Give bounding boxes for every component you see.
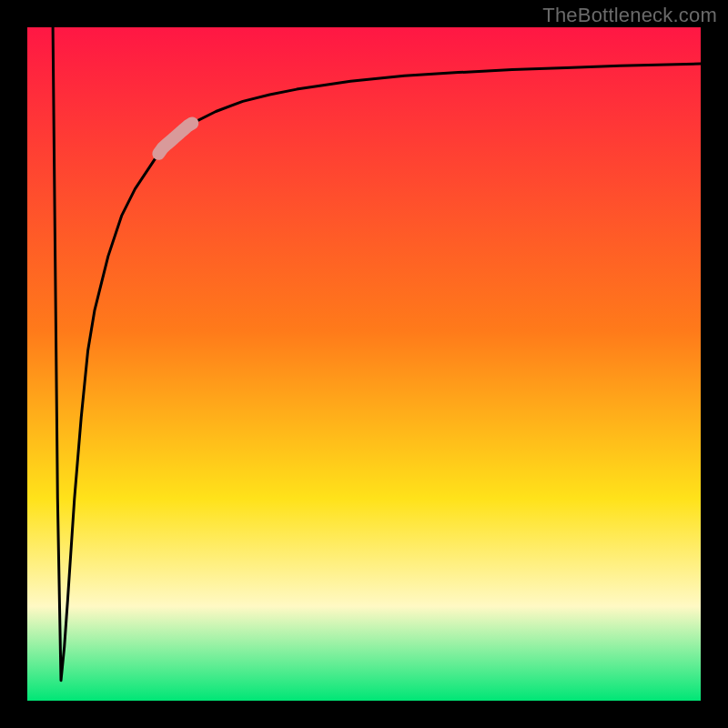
- plot-area: [27, 27, 701, 701]
- bottleneck-chart: [0, 0, 728, 728]
- chart-stage: TheBottleneck.com: [0, 0, 728, 728]
- watermark-text: TheBottleneck.com: [542, 4, 717, 27]
